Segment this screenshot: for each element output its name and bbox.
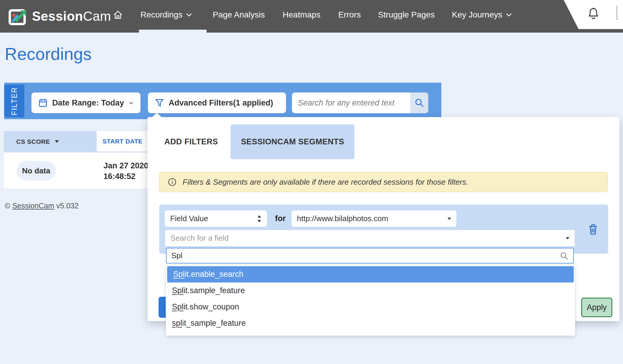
search-icon: [560, 251, 568, 260]
nav-corner-panel: [564, 0, 623, 29]
option-split-show-coupon[interactable]: Split.show_coupon: [166, 299, 575, 315]
text-search-input[interactable]: [292, 92, 410, 113]
nav-item-errors[interactable]: Errors: [338, 10, 361, 20]
nav-item-page-analysis[interactable]: Page Analysis: [213, 10, 265, 20]
brand[interactable]: SessionCam: [8, 0, 111, 33]
field-combo[interactable]: Search for a field: [165, 230, 575, 247]
text-search: [292, 92, 428, 113]
notice-banner: Filters & Segments are only available if…: [159, 172, 608, 192]
filter-type-select[interactable]: Field Value: [165, 210, 267, 227]
for-label: for: [275, 210, 286, 227]
dropdown-arrow-icon: [448, 218, 451, 220]
home-icon[interactable]: [113, 9, 123, 20]
info-icon: [168, 178, 177, 186]
filter-bar: FILTER Date Range: Today Advanced Filter…: [4, 83, 441, 119]
active-nav-indicator: [139, 30, 207, 33]
bell-icon[interactable]: [587, 7, 599, 20]
site-select[interactable]: http://www.bilalphotos.com: [292, 210, 456, 227]
calendar-icon: [39, 98, 47, 108]
trash-icon: [588, 224, 598, 235]
spinner-arrows-icon: [257, 215, 262, 223]
chevron-down-icon: [278, 101, 279, 105]
field-search-input[interactable]: [171, 251, 560, 260]
nav-item-struggle-pages[interactable]: Struggle Pages: [378, 10, 434, 20]
notice-text: Filters & Segments are only available if…: [183, 178, 468, 187]
advanced-filters-button[interactable]: Advanced Filters(1 applied): [148, 92, 286, 113]
panel-notch: [152, 113, 162, 117]
field-combo-placeholder: Search for a field: [170, 234, 566, 243]
nav-item-key-journeys[interactable]: Key Journeys: [452, 10, 512, 20]
filter-tab[interactable]: FILTER: [4, 84, 24, 117]
sessioncam-logo-icon: [8, 7, 28, 26]
option-split-enable-search[interactable]: Split.enable_search: [167, 266, 574, 282]
date-range-label: Date Range: Today: [52, 98, 124, 108]
brand-name: SessionCam: [32, 9, 111, 24]
advanced-filters-label: Advanced Filters(1 applied): [169, 98, 273, 108]
date-range-button[interactable]: Date Range: Today: [31, 92, 140, 113]
apply-button[interactable]: Apply: [581, 298, 612, 317]
chevron-down-icon: [129, 101, 133, 105]
option-split-sample-feature-lower[interactable]: split_sample_feature: [166, 315, 575, 331]
chevron-down-icon: [186, 13, 192, 17]
filter-tab-label: FILTER: [10, 87, 19, 115]
chevron-down-icon: [506, 13, 512, 17]
delete-filter-button[interactable]: [587, 223, 600, 236]
filter-funnel-icon: [155, 98, 164, 107]
sort-desc-icon: [55, 140, 59, 143]
sessioncam-footer-link[interactable]: SessionCam: [12, 202, 54, 210]
cs-score-badge: No data: [17, 161, 56, 181]
nav-item-recordings[interactable]: Recordings: [140, 10, 192, 20]
field-options-list: Split.enable_search Split.sample_feature…: [166, 265, 575, 336]
search-button[interactable]: [410, 92, 428, 113]
footer: © SessionCam v5.032: [5, 202, 79, 210]
hidden-button-edge: [159, 297, 166, 318]
top-nav: SessionCam Recordings Page Analysis Heat…: [0, 0, 623, 33]
field-search-box: [166, 248, 574, 264]
search-icon: [414, 98, 424, 108]
dropdown-arrow-icon: [566, 237, 569, 240]
column-header-cs-score[interactable]: CS SCORE: [4, 131, 97, 152]
nav-item-heatmaps[interactable]: Heatmaps: [283, 10, 321, 20]
start-date-value: Jan 27 2020, 16:48:52: [103, 160, 151, 182]
dashed-divider: [616, 6, 617, 20]
page-title: Recordings: [5, 44, 92, 64]
app-root: SessionCam Recordings Page Analysis Heat…: [0, 0, 623, 364]
tab-sessioncam-segments[interactable]: SESSIONCAM SEGMENTS: [231, 124, 354, 159]
option-split-sample-feature[interactable]: Split.sample_feature: [166, 282, 575, 299]
tab-add-filters[interactable]: ADD FILTERS: [154, 124, 228, 159]
